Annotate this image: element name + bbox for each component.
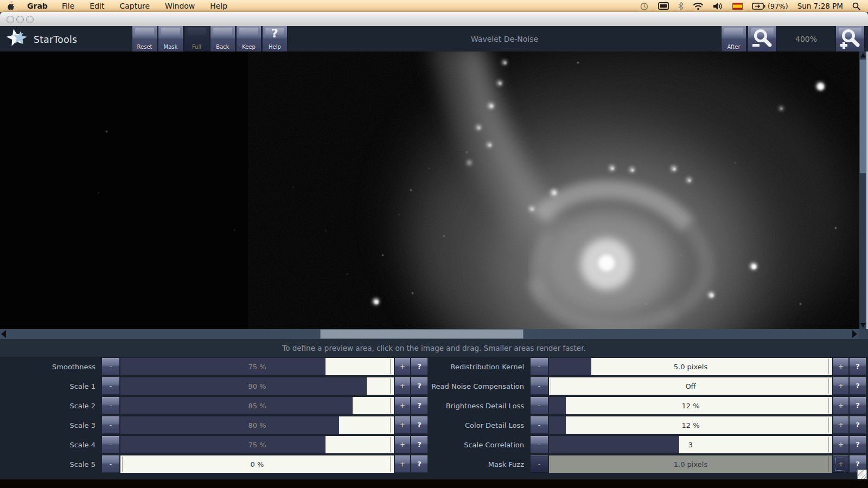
- slider-value: 75 %: [120, 441, 394, 449]
- increment-button[interactable]: +: [833, 436, 848, 453]
- question-icon: ?: [411, 402, 427, 409]
- minus-icon: -: [531, 441, 548, 448]
- scroll-right-icon[interactable]: [852, 330, 857, 338]
- increment-button[interactable]: +: [833, 416, 848, 434]
- slider-label: Color Detail Loss: [429, 416, 529, 434]
- volume-icon[interactable]: [713, 2, 723, 10]
- decrement-button[interactable]: -: [102, 455, 119, 473]
- keep-button[interactable]: Keep: [236, 26, 261, 52]
- scroll-up-icon[interactable]: [860, 53, 866, 57]
- zoom-in-button[interactable]: [835, 26, 865, 52]
- parameter-help-button[interactable]: ?: [411, 377, 427, 395]
- decrement-button[interactable]: -: [102, 397, 119, 414]
- horizontal-scroll-thumb[interactable]: [320, 329, 524, 339]
- close-button[interactable]: [7, 16, 14, 23]
- decrement-button[interactable]: -: [531, 377, 548, 395]
- decrement-button[interactable]: -: [102, 358, 119, 375]
- display-icon[interactable]: [658, 2, 669, 10]
- slider-track[interactable]: 12 %: [549, 397, 832, 414]
- parameter-help-button[interactable]: ?: [850, 416, 866, 434]
- increment-button[interactable]: +: [395, 358, 410, 375]
- scroll-down-icon[interactable]: [860, 323, 866, 328]
- decrement-button[interactable]: -: [531, 455, 548, 473]
- zoom-window-button[interactable]: [26, 16, 34, 23]
- question-icon: ?: [411, 363, 427, 370]
- apple-menu-icon[interactable]: [8, 2, 15, 10]
- increment-button[interactable]: +: [833, 455, 848, 473]
- vertical-scroll-thumb[interactable]: [859, 59, 866, 174]
- slider-track[interactable]: 80 %: [120, 416, 394, 434]
- menu-edit[interactable]: Edit: [90, 2, 104, 10]
- slider-track[interactable]: 0 %: [120, 455, 394, 473]
- increment-button[interactable]: +: [833, 358, 848, 375]
- decrement-button[interactable]: -: [102, 416, 119, 434]
- increment-button[interactable]: +: [395, 416, 410, 434]
- parameter-help-button[interactable]: ?: [850, 436, 866, 453]
- back-button[interactable]: Back: [210, 26, 235, 52]
- decrement-button[interactable]: -: [531, 397, 548, 414]
- parameter-help-button[interactable]: ?: [850, 397, 866, 414]
- help-label: Help: [263, 44, 287, 50]
- decrement-button[interactable]: -: [531, 436, 548, 453]
- time-machine-icon[interactable]: [640, 2, 649, 11]
- decrement-button[interactable]: -: [531, 358, 548, 375]
- battery-icon[interactable]: [752, 3, 765, 10]
- slider-track[interactable]: 90 %: [120, 377, 394, 395]
- menu-help[interactable]: Help: [210, 2, 227, 10]
- minimize-button[interactable]: [16, 16, 24, 23]
- slider-row: Smoothness - 75 % + ?: [0, 358, 427, 375]
- increment-button[interactable]: +: [395, 455, 410, 473]
- parameter-help-button[interactable]: ?: [411, 455, 427, 473]
- increment-button[interactable]: +: [833, 377, 848, 395]
- decrement-button[interactable]: -: [102, 436, 119, 453]
- vertical-scrollbar[interactable]: [859, 52, 866, 339]
- mask-button[interactable]: Mask: [158, 26, 183, 52]
- slider-track[interactable]: Off: [549, 377, 832, 395]
- increment-button[interactable]: +: [395, 377, 410, 395]
- slider-track[interactable]: 1.0 pixels: [549, 455, 832, 473]
- decrement-button[interactable]: -: [531, 416, 548, 434]
- module-title: Wavelet De-Noise: [288, 26, 722, 52]
- question-icon: ?: [850, 422, 866, 428]
- wifi-icon[interactable]: [693, 2, 704, 10]
- macos-menu-bar: Grab File Edit Capture Window Help (97%)…: [0, 0, 868, 12]
- menu-capture[interactable]: Capture: [119, 2, 150, 10]
- reset-label: Reset: [132, 44, 157, 50]
- slider-row: Scale 1 - 90 % + ?: [0, 377, 427, 395]
- reset-button[interactable]: Reset: [132, 26, 157, 52]
- scroll-left-icon[interactable]: [1, 330, 6, 338]
- increment-button[interactable]: +: [395, 436, 410, 453]
- plus-icon: +: [395, 422, 410, 428]
- language-flag-icon[interactable]: [732, 3, 743, 10]
- horizontal-scrollbar[interactable]: [0, 329, 859, 339]
- parameter-help-button[interactable]: ?: [411, 358, 427, 375]
- parameter-help-button[interactable]: ?: [411, 416, 427, 434]
- slider-row: Read Noise Compensation - Off + ?: [429, 377, 866, 395]
- menu-grab[interactable]: Grab: [27, 2, 48, 10]
- slider-track[interactable]: 5.0 pixels: [549, 358, 832, 375]
- decrement-button[interactable]: -: [102, 377, 119, 395]
- menu-window[interactable]: Window: [165, 2, 195, 10]
- image-preview[interactable]: [0, 52, 859, 329]
- parameter-help-button[interactable]: ?: [411, 436, 427, 453]
- menu-file[interactable]: File: [62, 2, 74, 10]
- spotlight-icon[interactable]: [852, 2, 860, 10]
- increment-button[interactable]: +: [395, 397, 410, 414]
- parameter-help-button[interactable]: ?: [411, 397, 427, 414]
- increment-button[interactable]: +: [833, 397, 848, 414]
- slider-track[interactable]: 75 %: [120, 358, 394, 375]
- after-toggle-button[interactable]: After: [721, 26, 746, 52]
- slider-track[interactable]: 12 %: [549, 416, 832, 434]
- full-button[interactable]: Full: [184, 26, 209, 52]
- slider-track[interactable]: 3: [549, 436, 832, 453]
- menubar-clock[interactable]: Sun 7:28 PM: [797, 2, 843, 10]
- parameter-help-button[interactable]: ?: [850, 377, 866, 395]
- bluetooth-icon[interactable]: [678, 2, 684, 10]
- zoom-out-button[interactable]: [748, 26, 777, 52]
- desktop-background: [0, 479, 868, 488]
- parameter-help-button[interactable]: ?: [850, 358, 866, 375]
- resize-grip-icon[interactable]: [857, 470, 867, 479]
- slider-track[interactable]: 85 %: [120, 397, 394, 414]
- slider-track[interactable]: 75 %: [120, 436, 394, 453]
- help-button[interactable]: ? Help: [262, 26, 288, 52]
